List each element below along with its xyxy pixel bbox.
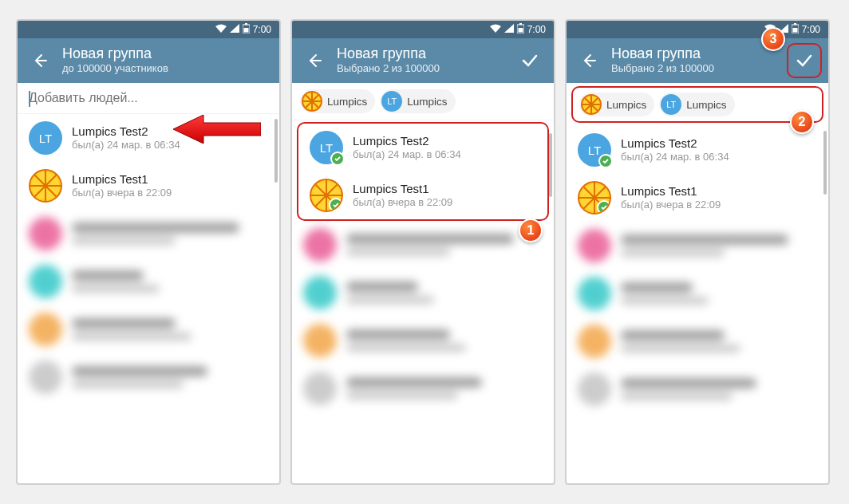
cell-icon bbox=[504, 24, 514, 35]
chip[interactable]: LT Lumpics bbox=[380, 89, 455, 113]
blurred-contact bbox=[292, 364, 554, 412]
contact-status: был(а) вчера в 22:09 bbox=[72, 187, 268, 200]
contact-status: был(а) 24 мар. в 06:34 bbox=[621, 151, 817, 164]
avatar: LT bbox=[29, 121, 62, 155]
app-header: Новая группа Выбрано 2 из 100000 bbox=[567, 38, 828, 83]
header-text: Новая группа Выбрано 2 из 100000 bbox=[337, 46, 512, 74]
contact-item[interactable]: LT Lumpics Test2 был(а) 24 мар. в 06:34 bbox=[567, 126, 828, 174]
contact-list: LT Lumpics Test2 был(а) 24 мар. в 06:34 … bbox=[567, 126, 828, 413]
phone-screen-2: 7:00 Новая группа Выбрано 2 из 100000 Lu… bbox=[290, 19, 555, 485]
back-button[interactable] bbox=[576, 48, 602, 73]
cell-icon bbox=[230, 24, 239, 35]
annotation-badge-2: 2 bbox=[790, 110, 814, 134]
selected-chips-highlighted: Lumpics LT Lumpics bbox=[571, 86, 823, 123]
header-text: Новая группа до 100000 участников bbox=[62, 46, 273, 74]
text-cursor bbox=[29, 91, 30, 107]
contact-item[interactable]: Lumpics Test1 был(а) вчера в 22:09 bbox=[18, 162, 279, 210]
phone-screen-1: 7:00 Новая группа до 100000 участников L… bbox=[16, 19, 281, 485]
confirm-button-highlighted[interactable] bbox=[787, 43, 822, 78]
check-badge-icon bbox=[330, 152, 345, 166]
contact-status: был(а) 24 мар. в 06:34 bbox=[72, 139, 268, 152]
contact-item[interactable]: Lumpics Test1 был(а) вчера в 22:09 bbox=[298, 171, 547, 219]
scrollbar[interactable] bbox=[549, 133, 552, 197]
blurred-contact bbox=[18, 353, 279, 401]
contact-list bbox=[292, 221, 554, 412]
chip-label: Lumpics bbox=[407, 96, 447, 108]
status-time: 7:00 bbox=[253, 24, 271, 35]
status-bar: 7:00 bbox=[18, 21, 279, 38]
wifi-icon bbox=[490, 24, 501, 35]
chip-label: Lumpics bbox=[327, 96, 367, 108]
status-bar: 7:00 bbox=[292, 21, 554, 38]
chip-avatar: LT bbox=[381, 91, 402, 112]
contact-item[interactable]: LT Lumpics Test2 был(а) 24 мар. в 06:34 bbox=[298, 124, 547, 171]
annotation-badge-3: 3 bbox=[761, 27, 785, 51]
chip-avatar bbox=[581, 94, 602, 115]
battery-icon bbox=[792, 23, 799, 36]
blurred-contact bbox=[292, 269, 554, 317]
selected-chips: Lumpics LT Lumpics bbox=[292, 83, 554, 120]
svg-rect-4 bbox=[519, 23, 522, 25]
chip[interactable]: Lumpics bbox=[300, 89, 375, 113]
back-button[interactable] bbox=[27, 48, 53, 73]
status-bar: 7:00 bbox=[567, 21, 828, 38]
chip-avatar: LT bbox=[661, 94, 681, 115]
wifi-icon bbox=[215, 24, 227, 35]
app-header: Новая группа до 100000 участников bbox=[18, 38, 279, 83]
blurred-contact bbox=[18, 305, 279, 353]
header-subtitle: до 100000 участников bbox=[62, 62, 273, 75]
check-badge-icon bbox=[597, 200, 611, 215]
header-subtitle: Выбрано 2 из 100000 bbox=[337, 62, 512, 75]
blurred-contact bbox=[18, 210, 279, 258]
chip[interactable]: LT Lumpics bbox=[659, 93, 734, 116]
svg-rect-7 bbox=[794, 23, 796, 25]
app-header: Новая группа Выбрано 2 из 100000 bbox=[292, 38, 554, 83]
annotation-badge-1: 1 bbox=[519, 219, 543, 242]
contact-name: Lumpics Test2 bbox=[621, 136, 817, 151]
svg-rect-5 bbox=[518, 28, 523, 33]
blurred-contact bbox=[567, 317, 828, 365]
phone-screen-3: 7:00 Новая группа Выбрано 2 из 100000 3 … bbox=[565, 19, 830, 485]
battery-icon bbox=[517, 23, 524, 36]
header-title: Новая группа bbox=[337, 46, 512, 62]
battery-icon bbox=[243, 23, 250, 36]
avatar: LT bbox=[578, 133, 611, 167]
check-badge-icon bbox=[329, 198, 343, 212]
contact-name: Lumpics Test1 bbox=[621, 184, 817, 199]
header-title: Новая группа bbox=[62, 46, 273, 62]
avatar bbox=[578, 181, 611, 215]
chip-avatar bbox=[302, 91, 322, 112]
blurred-contact bbox=[567, 222, 828, 270]
search-row[interactable] bbox=[18, 83, 279, 114]
contact-list: LT Lumpics Test2 был(а) 24 мар. в 06:34 … bbox=[18, 114, 279, 401]
contact-name: Lumpics Test1 bbox=[353, 182, 536, 196]
svg-rect-8 bbox=[792, 28, 797, 33]
contact-item[interactable]: LT Lumpics Test2 был(а) 24 мар. в 06:34 bbox=[18, 114, 279, 162]
blurred-contact bbox=[292, 317, 554, 364]
blurred-contact bbox=[292, 221, 554, 269]
search-input[interactable] bbox=[29, 91, 268, 105]
chip-label: Lumpics bbox=[606, 99, 646, 111]
blurred-contact bbox=[567, 365, 828, 413]
svg-rect-1 bbox=[245, 23, 247, 25]
avatar bbox=[310, 179, 343, 212]
blurred-contact bbox=[18, 258, 279, 305]
contact-item[interactable]: Lumpics Test1 был(а) вчера в 22:09 bbox=[567, 174, 828, 222]
contact-name: Lumpics Test2 bbox=[72, 124, 268, 139]
contact-status: был(а) вчера в 22:09 bbox=[621, 199, 817, 212]
avatar: LT bbox=[310, 131, 343, 164]
chip[interactable]: Lumpics bbox=[579, 93, 654, 116]
chip-label: Lumpics bbox=[686, 99, 726, 111]
contact-name: Lumpics Test2 bbox=[353, 134, 536, 148]
svg-rect-2 bbox=[243, 28, 248, 33]
confirm-button[interactable] bbox=[512, 43, 547, 78]
contact-name: Lumpics Test1 bbox=[72, 172, 268, 187]
contact-status: был(а) 24 мар. в 06:34 bbox=[353, 148, 536, 162]
header-subtitle: Выбрано 2 из 100000 bbox=[611, 62, 787, 75]
check-badge-icon bbox=[598, 154, 613, 168]
status-time: 7:00 bbox=[527, 24, 546, 35]
header-text: Новая группа Выбрано 2 из 100000 bbox=[611, 46, 787, 74]
back-button[interactable] bbox=[302, 48, 327, 73]
blurred-contact bbox=[567, 270, 828, 317]
status-time: 7:00 bbox=[802, 24, 820, 35]
